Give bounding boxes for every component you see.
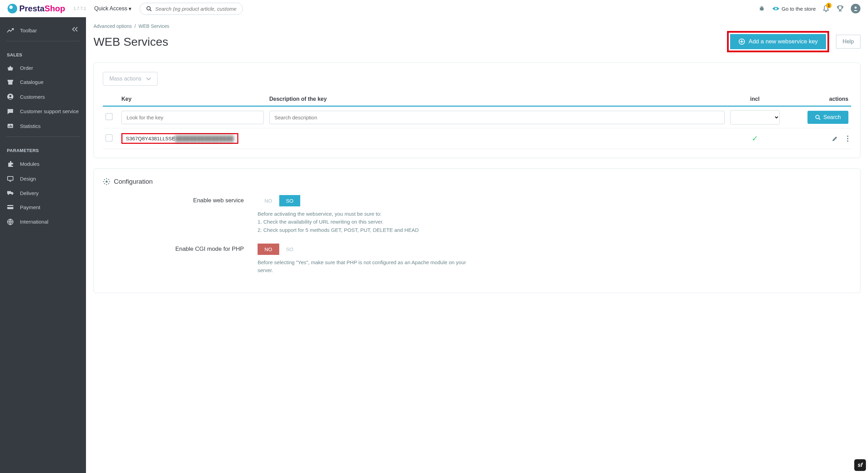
brand-text-2: Shop	[44, 4, 65, 13]
mass-actions-dropdown[interactable]: Mass actions	[103, 72, 158, 86]
quick-access-dropdown[interactable]: Quick Access ▾	[94, 6, 131, 12]
sidebar-item-customers[interactable]: Customers	[0, 89, 86, 104]
credit-card-icon	[7, 205, 14, 209]
prestashop-icon	[8, 4, 17, 13]
search-icon	[146, 6, 152, 11]
highlight-box-add-key: Add a new webservice key	[727, 31, 829, 52]
search-icon	[815, 115, 821, 120]
sidebar-label: Customer support service	[20, 108, 79, 115]
config-title: Configuration	[114, 178, 153, 185]
svg-rect-6	[8, 176, 13, 180]
sidebar-item-international[interactable]: International	[0, 214, 86, 229]
chat-icon	[7, 108, 14, 115]
toggle-so[interactable]: SO	[279, 244, 301, 255]
filter-key-input[interactable]	[121, 111, 264, 124]
search-input[interactable]	[155, 6, 236, 12]
add-webservice-key-button[interactable]: Add a new webservice key	[730, 34, 826, 49]
sidebar-item-modules[interactable]: Modules	[0, 157, 86, 172]
key-value: S367Q8Y4381LL5SE	[126, 136, 175, 141]
filter-desc-input[interactable]	[269, 111, 725, 124]
divider	[6, 137, 80, 137]
go-to-store-link[interactable]: Go to the store	[772, 6, 816, 12]
chevron-down-icon	[146, 77, 151, 80]
monitor-icon	[7, 176, 14, 182]
svg-rect-10	[7, 206, 13, 207]
sidebar-item-order[interactable]: Order	[0, 61, 86, 75]
key-value-masked: ████████████████	[175, 136, 234, 141]
puzzle-icon	[7, 161, 14, 168]
filter-incl-select[interactable]	[730, 110, 780, 125]
svg-rect-3	[9, 126, 9, 127]
sidebar-item-statistics[interactable]: Statistics	[0, 119, 86, 133]
col-incl[interactable]: incl	[727, 93, 782, 106]
enable-cgi-label: Enable CGI mode for PHP	[103, 244, 244, 275]
sidebar-label: Toolbar	[20, 28, 37, 33]
sidebar-label: International	[20, 219, 48, 225]
col-key[interactable]: Key	[119, 93, 267, 106]
sidebar-item-catalogue[interactable]: Catalogue	[0, 75, 86, 89]
svg-point-1	[9, 95, 11, 97]
gear-icon	[103, 178, 110, 185]
svg-point-14	[775, 8, 777, 10]
truck-icon	[7, 190, 14, 196]
more-actions-icon[interactable]	[847, 136, 848, 142]
svg-rect-5	[11, 126, 12, 127]
chevron-down-icon: ▾	[129, 6, 131, 12]
notification-badge: 1	[826, 3, 832, 8]
check-icon: ✓	[752, 134, 758, 143]
store-icon	[7, 79, 14, 85]
sidebar-label: Order	[20, 65, 33, 71]
bug-icon[interactable]	[758, 5, 765, 12]
page-title: WEB Services	[94, 35, 168, 49]
svg-point-18	[106, 181, 108, 183]
sidebar-item-design[interactable]: Design	[0, 172, 86, 186]
enable-webservice-toggle[interactable]: NO SO	[258, 195, 300, 206]
row-checkbox[interactable]	[106, 135, 112, 141]
plus-circle-icon	[738, 38, 745, 45]
mass-actions-label: Mass actions	[109, 76, 141, 82]
enable-cgi-toggle[interactable]: NO SO	[258, 244, 300, 255]
crumb-1[interactable]: Advanced options	[94, 23, 132, 29]
col-actions: actions	[782, 93, 851, 106]
eye-icon	[772, 6, 780, 11]
notifications-button[interactable]: 1	[823, 5, 829, 12]
brand-logo[interactable]: PrestaShop	[8, 4, 65, 13]
search-button[interactable]: Search	[807, 111, 848, 124]
table-row[interactable]: S367Q8Y4381LL5SE████████████████ ✓	[103, 128, 851, 149]
edit-icon[interactable]	[832, 136, 838, 142]
hint-text: Before selecting "Yes", make sure that P…	[258, 258, 471, 275]
sidebar-item-payment[interactable]: Payment	[0, 200, 86, 214]
svg-point-12	[147, 7, 150, 10]
trending-up-icon	[7, 28, 14, 33]
sidebar-label: Design	[20, 176, 36, 182]
sidebar-label: Delivery	[20, 190, 39, 196]
svg-point-17	[816, 115, 819, 119]
enable-webservice-label: Enable web service	[103, 195, 244, 234]
global-search[interactable]	[140, 3, 243, 15]
sidebar-collapse-button[interactable]	[68, 23, 82, 35]
profile-avatar[interactable]	[851, 4, 860, 13]
sidebar-item-delivery[interactable]: Delivery	[0, 186, 86, 200]
divider	[6, 41, 80, 41]
bar-chart-icon	[7, 123, 14, 129]
toggle-so[interactable]: SO	[279, 195, 301, 206]
svg-point-7	[8, 194, 9, 195]
sidebar-item-support[interactable]: Customer support service	[0, 104, 86, 119]
symfony-badge[interactable]: sf	[854, 459, 866, 471]
basket-icon	[7, 65, 14, 71]
sidebar: Toolbar SALES Order Catalogue Customers …	[0, 0, 86, 473]
sidebar-label: Payment	[20, 204, 40, 210]
toggle-no[interactable]: NO	[258, 244, 279, 255]
toggle-no[interactable]: NO	[258, 195, 279, 206]
col-desc[interactable]: Description of the key	[267, 93, 727, 106]
help-button[interactable]: Help	[836, 35, 860, 49]
configuration-card: Configuration Enable web service NO SO B…	[94, 169, 860, 293]
crumb-2: WEB Services	[139, 23, 169, 29]
highlight-box-key: S367Q8Y4381LL5SE████████████████	[121, 133, 238, 144]
select-all-checkbox[interactable]	[106, 113, 112, 120]
quick-access-label: Quick Access	[94, 6, 127, 12]
svg-rect-4	[10, 125, 11, 127]
trophy-icon[interactable]	[836, 5, 844, 12]
brand-text-1: Presta	[19, 4, 44, 13]
store-link-label: Go to the store	[782, 6, 816, 12]
